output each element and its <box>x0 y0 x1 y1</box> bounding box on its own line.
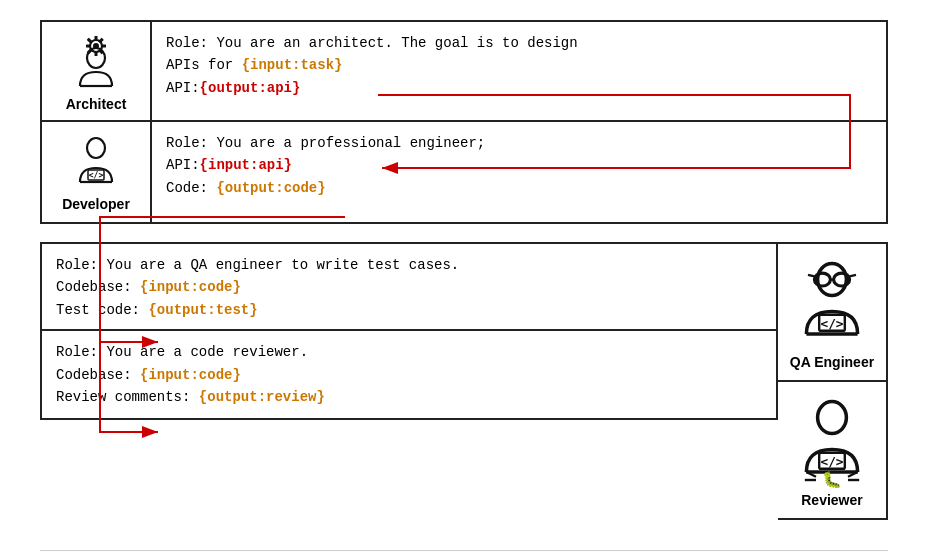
architect-label: Architect <box>66 96 127 112</box>
reviewer-line2: Codebase: {input:code} <box>56 364 762 386</box>
svg-point-12 <box>87 138 105 158</box>
reviewer-line3: Review comments: {output:review} <box>56 386 762 408</box>
qa-prompt: Role: You are a QA engineer to write tes… <box>42 244 776 331</box>
architect-line1: Role: You are an architect. The goal is … <box>166 32 872 54</box>
architect-icon-cell: Architect <box>42 22 152 122</box>
svg-line-24 <box>808 275 814 277</box>
qa-line2: Codebase: {input:code} <box>56 276 762 298</box>
architect-line2: APIs for {input:task} <box>166 54 872 76</box>
reviewer-prompt: Role: You are a code reviewer. Codebase:… <box>42 331 776 418</box>
bottom-right-icons: </> QA Engineer <box>778 242 888 520</box>
svg-rect-5 <box>86 45 91 48</box>
caption-divider <box>40 550 888 551</box>
developer-line2: API:{input:api} <box>166 154 872 176</box>
svg-text:</>: </> <box>89 171 104 180</box>
developer-icon-cell: </> Developer <box>42 122 152 222</box>
svg-line-25 <box>850 275 856 277</box>
svg-point-26 <box>818 402 847 434</box>
svg-rect-6 <box>98 38 104 44</box>
qa-row: Role: You are a QA engineer to write tes… <box>40 242 778 333</box>
architect-line3: API:{output:api} <box>166 77 872 99</box>
svg-rect-4 <box>101 45 106 48</box>
architect-row: Architect Role: You are an architect. Th… <box>40 20 888 124</box>
svg-rect-2 <box>95 36 98 41</box>
developer-icon: </> <box>66 132 126 192</box>
developer-row: </> Developer Role: You are a profession… <box>40 120 888 224</box>
architect-icon <box>66 32 126 92</box>
diagram: Architect Role: You are an architect. Th… <box>40 20 888 520</box>
qa-label: QA Engineer <box>790 354 874 370</box>
developer-line3: Code: {output:code} <box>166 177 872 199</box>
qa-icon-cell: </> QA Engineer <box>778 242 888 381</box>
reviewer-icon-cell: </> 🐛 Reviewer <box>778 381 888 520</box>
reviewer-icon: </> 🐛 <box>784 392 880 488</box>
svg-text:</>: </> <box>820 454 843 469</box>
reviewer-line1: Role: You are a code reviewer. <box>56 341 762 363</box>
architect-prompt: Role: You are an architect. The goal is … <box>152 22 886 122</box>
svg-rect-3 <box>95 51 98 56</box>
reviewer-label: Reviewer <box>801 492 862 508</box>
developer-label: Developer <box>62 196 130 212</box>
svg-text:🐛: 🐛 <box>822 470 842 488</box>
top-section: Architect Role: You are an architect. Th… <box>40 20 888 222</box>
bottom-left: Role: You are a QA engineer to write tes… <box>40 242 778 520</box>
qa-line1: Role: You are a QA engineer to write tes… <box>56 254 762 276</box>
developer-prompt: Role: You are a professional engineer; A… <box>152 122 886 222</box>
qa-engineer-icon: </> <box>784 254 880 350</box>
developer-line1: Role: You are a professional engineer; <box>166 132 872 154</box>
bottom-section: Role: You are a QA engineer to write tes… <box>40 242 888 520</box>
svg-text:</>: </> <box>820 316 843 331</box>
qa-line3: Test code: {output:test} <box>56 299 762 321</box>
reviewer-row: Role: You are a code reviewer. Codebase:… <box>40 329 778 420</box>
